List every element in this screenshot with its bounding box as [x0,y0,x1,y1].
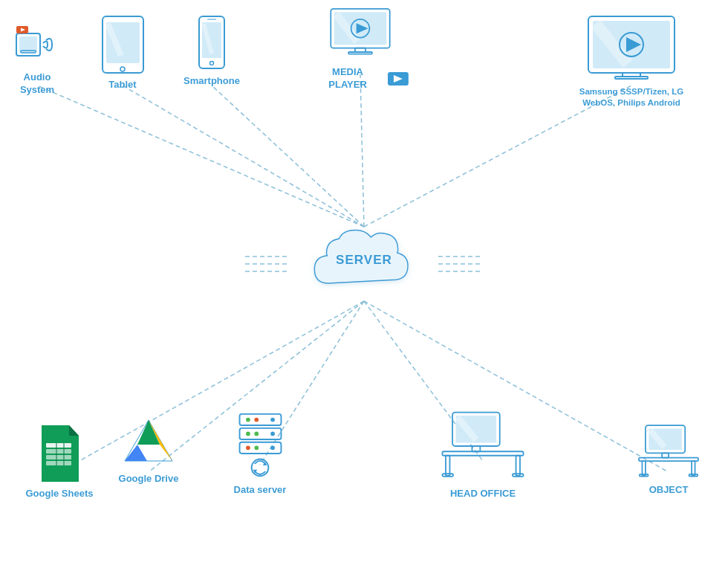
svg-rect-77 [442,451,523,455]
diagram: .conn-line { stroke: #8bbfd8; stroke-wid… [0,0,728,571]
svg-point-68 [254,446,259,451]
svg-line-3 [360,74,364,227]
svg-point-60 [254,418,259,422]
svg-rect-76 [472,446,480,451]
svg-rect-46 [615,77,648,79]
svg-rect-80 [442,474,453,477]
svg-point-25 [120,67,125,71]
svg-marker-56 [137,420,160,445]
dataserver-node: Data server [223,413,297,497]
gsheets-icon [36,424,84,483]
svg-rect-49 [46,455,71,459]
svg-rect-47 [46,443,71,448]
svg-rect-58 [239,414,281,425]
svg-point-64 [254,432,259,436]
samsung-node: Samsung SSSP/Tizen, LG WebOS, Philips An… [565,15,698,109]
smartphone-icon [197,15,227,71]
svg-line-1 [123,86,364,227]
svg-line-2 [212,86,364,227]
tablet-node: Tablet [89,15,156,91]
mediaplayer-node: MEDIA PLAYER [312,7,409,91]
headoffice-node: HEAD OFFICE [423,409,542,500]
svg-point-61 [270,418,275,422]
svg-rect-66 [239,442,281,454]
object-node: OBJECT [624,420,713,497]
server-node: SERVER [290,223,438,297]
svg-rect-86 [639,458,698,461]
tablet-icon [99,15,147,74]
svg-line-0 [37,86,364,227]
headoffice-icon [438,409,527,483]
svg-point-67 [246,446,250,451]
svg-point-59 [246,418,250,422]
headoffice-label: HEAD OFFICE [450,488,516,500]
smartphone-node: Smartphone [178,15,245,88]
dataserver-rack-icon [233,413,288,480]
svg-rect-62 [239,428,281,439]
svg-point-69 [270,446,275,451]
tablet-label: Tablet [108,79,136,91]
dataserver-label: Data server [234,484,287,497]
svg-point-29 [210,62,214,65]
audio-label: Audio System [7,71,67,97]
svg-rect-30 [207,19,216,20]
samsung-icon [587,15,676,82]
svg-point-65 [270,432,275,436]
cloud-icon: SERVER [305,223,423,297]
samsung-label: Samsung SSSP/Tizen, LG WebOS, Philips An… [565,86,698,109]
audio-node: Audio System [7,22,67,97]
svg-point-63 [246,432,250,436]
svg-rect-78 [446,456,449,476]
svg-rect-37 [348,52,372,54]
svg-rect-48 [46,449,71,454]
svg-rect-79 [516,456,520,476]
object-label: OBJECT [649,484,689,497]
gdrive-label: Google Drive [119,473,179,485]
svg-line-5 [59,301,364,472]
svg-rect-85 [662,453,669,457]
mediaplayer-label: MEDIA PLAYER [312,66,383,91]
audio-icon [15,22,59,67]
svg-point-70 [251,459,268,477]
mediaplayer-badge-icon [388,72,409,86]
gdrive-node: Google Drive [111,416,186,485]
svg-rect-50 [46,461,71,465]
svg-text:SERVER: SERVER [336,252,392,267]
object-icon [631,420,706,480]
svg-rect-81 [513,474,524,477]
smartphone-label: Smartphone [183,75,240,88]
gsheets-node: Google Sheets [22,424,97,500]
mediaplayer-icon [323,7,397,63]
gdrive-icon [119,416,178,468]
gsheets-label: Google Sheets [25,488,93,500]
svg-rect-88 [692,461,695,476]
svg-rect-87 [642,461,645,476]
